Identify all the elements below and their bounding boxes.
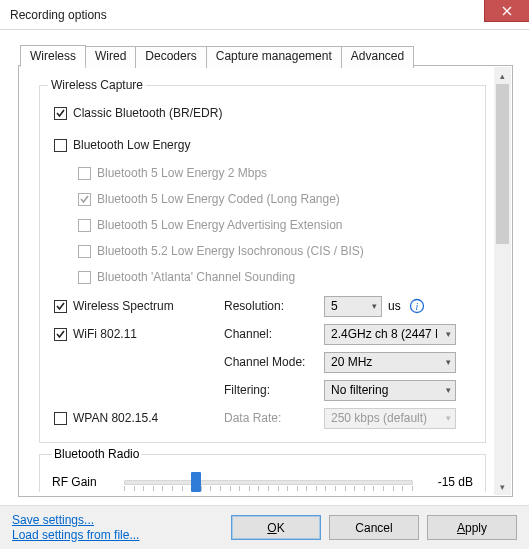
- dialog-body: Wireless Wired Decoders Capture manageme…: [0, 30, 529, 505]
- label-classic-bt: Classic Bluetooth (BR/EDR): [73, 106, 222, 120]
- wireless-capture-legend: Wireless Capture: [48, 78, 146, 92]
- checkbox-ble-2mbps: [78, 167, 91, 180]
- label-ble-coded: Bluetooth 5 Low Energy Coded (Long Range…: [97, 192, 340, 206]
- info-icon[interactable]: i: [409, 298, 425, 314]
- checkbox-ble-iso: [78, 245, 91, 258]
- chevron-down-icon: ▾: [372, 301, 377, 311]
- checkbox-ble-coded: [78, 193, 91, 206]
- title-bar: Recording options: [0, 0, 529, 30]
- chevron-down-icon: ▾: [446, 329, 451, 339]
- label-wifi: WiFi 802.11: [73, 327, 137, 341]
- scrollbar-thumb[interactable]: [496, 84, 509, 244]
- checkbox-classic-bt[interactable]: [54, 107, 67, 120]
- tab-wireless[interactable]: Wireless: [20, 45, 86, 67]
- label-datarate: Data Rate:: [224, 411, 324, 425]
- select-resolution[interactable]: 5 ▾: [324, 296, 382, 317]
- select-filtering[interactable]: No filtering ▾: [324, 380, 456, 401]
- tab-strip: Wireless Wired Decoders Capture manageme…: [20, 44, 513, 66]
- bluetooth-radio-group: Bluetooth Radio RF Gain -15 dB: [39, 447, 486, 492]
- tab-capture-management[interactable]: Capture management: [206, 46, 342, 68]
- label-spectrum: Wireless Spectrum: [73, 299, 174, 313]
- cancel-button[interactable]: Cancel: [329, 515, 419, 540]
- link-save-settings[interactable]: Save settings...: [12, 513, 139, 528]
- select-channel-mode-value: 20 MHz: [331, 355, 372, 369]
- wireless-capture-group: Wireless Capture Classic Bluetooth (BR/E…: [39, 78, 486, 443]
- checkbox-wpan[interactable]: [54, 412, 67, 425]
- chevron-down-icon: ▾: [446, 385, 451, 395]
- checkbox-wifi[interactable]: [54, 328, 67, 341]
- slider-rf-gain[interactable]: [124, 469, 413, 492]
- label-wpan: WPAN 802.15.4: [73, 411, 158, 425]
- select-resolution-value: 5: [331, 299, 338, 313]
- slider-thumb[interactable]: [191, 472, 201, 492]
- chevron-down-icon: ▾: [446, 357, 451, 367]
- checkbox-ble[interactable]: [54, 139, 67, 152]
- label-channel: Channel:: [224, 327, 324, 341]
- window-title: Recording options: [10, 8, 107, 22]
- dialog-footer: Save settings... Load settings from file…: [0, 505, 529, 549]
- value-rf-gain: -15 dB: [423, 475, 473, 489]
- select-channel-value: 2.4GHz ch 8 (2447 MHz): [331, 327, 437, 341]
- select-datarate-value: 250 kbps (default): [331, 411, 427, 425]
- label-channel-mode: Channel Mode:: [224, 355, 324, 369]
- select-filtering-value: No filtering: [331, 383, 388, 397]
- link-load-settings[interactable]: Load settings from file...: [12, 528, 139, 543]
- close-icon: [502, 6, 512, 16]
- label-ble-iso: Bluetooth 5.2 Low Energy Isochronous (CI…: [97, 244, 364, 258]
- svg-text:i: i: [415, 301, 418, 312]
- ok-button[interactable]: OK: [231, 515, 321, 540]
- select-channel-mode[interactable]: 20 MHz ▾: [324, 352, 456, 373]
- checkbox-spectrum[interactable]: [54, 300, 67, 313]
- label-ble-atlanta: Bluetooth 'Atlanta' Channel Sounding: [97, 270, 295, 284]
- bluetooth-radio-legend: Bluetooth Radio: [52, 447, 141, 461]
- tab-wired[interactable]: Wired: [85, 46, 136, 68]
- tab-decoders[interactable]: Decoders: [135, 46, 206, 68]
- tab-panel: Wireless Capture Classic Bluetooth (BR/E…: [18, 65, 513, 497]
- chevron-down-icon: ▾: [446, 413, 451, 423]
- label-filtering: Filtering:: [224, 383, 324, 397]
- slider-ticks: [124, 486, 413, 492]
- tab-content: Wireless Capture Classic Bluetooth (BR/E…: [25, 70, 492, 492]
- scroll-up-icon[interactable]: ▴: [494, 67, 511, 84]
- label-ble-2mbps: Bluetooth 5 Low Energy 2 Mbps: [97, 166, 267, 180]
- checkbox-ble-atlanta: [78, 271, 91, 284]
- select-channel[interactable]: 2.4GHz ch 8 (2447 MHz) ▾: [324, 324, 456, 345]
- label-ble-advext: Bluetooth 5 Low Energy Advertising Exten…: [97, 218, 342, 232]
- tab-advanced[interactable]: Advanced: [341, 46, 414, 68]
- select-datarate: 250 kbps (default) ▾: [324, 408, 456, 429]
- scroll-down-icon[interactable]: ▾: [494, 478, 511, 495]
- unit-resolution: us: [388, 299, 401, 313]
- label-rf-gain: RF Gain: [52, 475, 114, 489]
- vertical-scrollbar[interactable]: ▴ ▾: [494, 67, 511, 495]
- label-ble: Bluetooth Low Energy: [73, 138, 190, 152]
- checkbox-ble-advext: [78, 219, 91, 232]
- close-button[interactable]: [484, 0, 529, 22]
- slider-track: [124, 480, 413, 485]
- label-resolution: Resolution:: [224, 299, 324, 313]
- apply-button[interactable]: Apply: [427, 515, 517, 540]
